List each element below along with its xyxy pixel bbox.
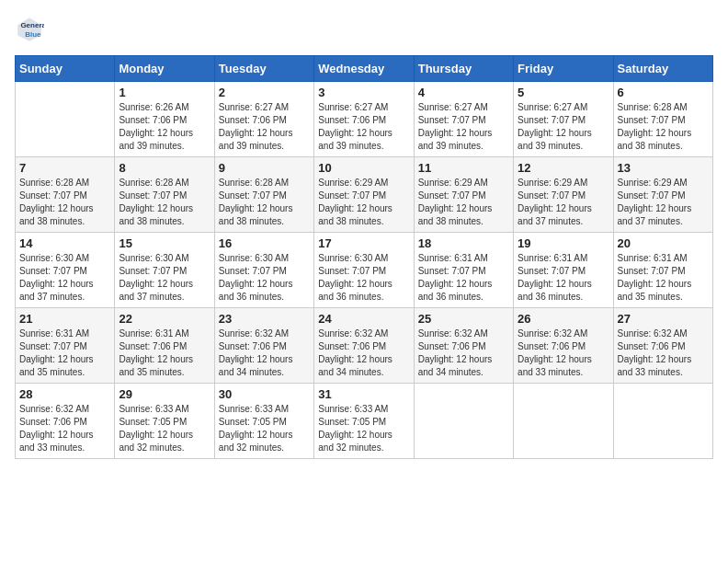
daylight-line2: and 33 minutes. <box>618 366 709 379</box>
week-row-4: 21Sunrise: 6:31 AMSunset: 7:07 PMDayligh… <box>16 308 713 384</box>
sunrise: Sunrise: 6:27 AM <box>318 101 409 114</box>
day-cell: 15Sunrise: 6:30 AMSunset: 7:07 PMDayligh… <box>115 233 214 308</box>
daylight-line2: and 36 minutes. <box>418 291 509 304</box>
sunrise: Sunrise: 6:31 AM <box>518 252 609 265</box>
day-info: Sunrise: 6:29 AMSunset: 7:07 PMDaylight:… <box>418 177 509 228</box>
week-row-2: 7Sunrise: 6:28 AMSunset: 7:07 PMDaylight… <box>16 157 713 233</box>
day-cell: 23Sunrise: 6:32 AMSunset: 7:06 PMDayligh… <box>214 308 313 384</box>
daylight-line1: Daylight: 12 hours <box>119 429 210 442</box>
sunrise: Sunrise: 6:29 AM <box>318 177 409 190</box>
sunset: Sunset: 7:07 PM <box>219 190 310 202</box>
daylight-line2: and 38 minutes. <box>219 215 310 228</box>
sunset: Sunset: 7:07 PM <box>618 265 709 278</box>
daylight-line2: and 39 minutes. <box>219 140 310 153</box>
sunset: Sunset: 7:07 PM <box>318 265 409 278</box>
daylight-line2: and 35 minutes. <box>618 291 709 304</box>
day-number: 29 <box>119 387 210 401</box>
day-cell: 25Sunrise: 6:32 AMSunset: 7:06 PMDayligh… <box>414 308 513 384</box>
sunrise: Sunrise: 6:27 AM <box>418 101 509 114</box>
dow-header-monday: Monday <box>115 56 214 82</box>
day-number: 6 <box>618 86 709 99</box>
sunset: Sunset: 7:07 PM <box>119 190 210 202</box>
day-info: Sunrise: 6:33 AMSunset: 7:05 PMDaylight:… <box>219 403 310 454</box>
sunset: Sunset: 7:06 PM <box>119 340 210 353</box>
day-number: 1 <box>119 86 210 99</box>
day-number: 2 <box>219 86 310 99</box>
sunset: Sunset: 7:05 PM <box>318 416 409 429</box>
day-info: Sunrise: 6:27 AMSunset: 7:07 PMDaylight:… <box>418 101 509 153</box>
sunset: Sunset: 7:07 PM <box>19 190 110 202</box>
day-number: 10 <box>318 161 409 175</box>
day-number: 24 <box>318 312 409 326</box>
sunset: Sunset: 7:07 PM <box>518 190 609 202</box>
day-cell <box>613 384 712 459</box>
dow-header-wednesday: Wednesday <box>314 56 414 82</box>
day-info: Sunrise: 6:27 AMSunset: 7:06 PMDaylight:… <box>219 101 310 153</box>
daylight-line1: Daylight: 12 hours <box>618 353 709 366</box>
day-cell: 16Sunrise: 6:30 AMSunset: 7:07 PMDayligh… <box>214 233 313 308</box>
day-info: Sunrise: 6:28 AMSunset: 7:07 PMDaylight:… <box>618 101 709 153</box>
sunrise: Sunrise: 6:29 AM <box>418 177 509 190</box>
daylight-line2: and 36 minutes. <box>318 291 409 304</box>
day-cell: 3Sunrise: 6:27 AMSunset: 7:06 PMDaylight… <box>314 82 414 157</box>
day-cell <box>414 384 513 459</box>
day-number: 28 <box>19 387 110 401</box>
day-info: Sunrise: 6:30 AMSunset: 7:07 PMDaylight:… <box>19 252 110 304</box>
day-info: Sunrise: 6:29 AMSunset: 7:07 PMDaylight:… <box>618 177 709 228</box>
day-info: Sunrise: 6:32 AMSunset: 7:06 PMDaylight:… <box>19 403 110 454</box>
day-info: Sunrise: 6:33 AMSunset: 7:05 PMDaylight:… <box>318 403 409 454</box>
daylight-line1: Daylight: 12 hours <box>318 127 409 140</box>
daylight-line1: Daylight: 12 hours <box>418 278 509 291</box>
sunset: Sunset: 7:07 PM <box>19 265 110 278</box>
day-number: 4 <box>418 86 509 99</box>
day-cell: 9Sunrise: 6:28 AMSunset: 7:07 PMDaylight… <box>214 157 313 233</box>
day-cell: 21Sunrise: 6:31 AMSunset: 7:07 PMDayligh… <box>16 308 115 384</box>
day-number: 17 <box>318 236 409 250</box>
sunset: Sunset: 7:07 PM <box>518 265 609 278</box>
daylight-line2: and 32 minutes. <box>219 442 310 454</box>
day-cell: 17Sunrise: 6:30 AMSunset: 7:07 PMDayligh… <box>314 233 414 308</box>
day-info: Sunrise: 6:27 AMSunset: 7:06 PMDaylight:… <box>318 101 409 153</box>
dow-header-sunday: Sunday <box>16 56 115 82</box>
day-cell: 18Sunrise: 6:31 AMSunset: 7:07 PMDayligh… <box>414 233 513 308</box>
day-number: 19 <box>518 236 609 250</box>
daylight-line1: Daylight: 12 hours <box>618 278 709 291</box>
sunset: Sunset: 7:06 PM <box>618 340 709 353</box>
sunset: Sunset: 7:07 PM <box>618 190 709 202</box>
day-cell: 10Sunrise: 6:29 AMSunset: 7:07 PMDayligh… <box>314 157 414 233</box>
day-cell <box>514 384 613 459</box>
daylight-line2: and 38 minutes. <box>318 215 409 228</box>
day-number: 27 <box>618 312 709 326</box>
day-info: Sunrise: 6:28 AMSunset: 7:07 PMDaylight:… <box>219 177 310 228</box>
daylight-line2: and 34 minutes. <box>318 366 409 379</box>
sunset: Sunset: 7:07 PM <box>618 114 709 127</box>
daylight-line1: Daylight: 12 hours <box>19 353 110 366</box>
daylight-line1: Daylight: 12 hours <box>119 278 210 291</box>
day-number: 25 <box>418 312 509 326</box>
daylight-line1: Daylight: 12 hours <box>318 353 409 366</box>
sunset: Sunset: 7:06 PM <box>418 340 509 353</box>
daylight-line2: and 33 minutes. <box>19 442 110 454</box>
daylight-line2: and 36 minutes. <box>518 291 609 304</box>
day-info: Sunrise: 6:29 AMSunset: 7:07 PMDaylight:… <box>518 177 609 228</box>
sunset: Sunset: 7:06 PM <box>219 114 310 127</box>
daylight-line1: Daylight: 12 hours <box>418 127 509 140</box>
day-info: Sunrise: 6:32 AMSunset: 7:06 PMDaylight:… <box>318 327 409 379</box>
sunset: Sunset: 7:07 PM <box>219 265 310 278</box>
week-row-5: 28Sunrise: 6:32 AMSunset: 7:06 PMDayligh… <box>16 384 713 459</box>
sunrise: Sunrise: 6:32 AM <box>318 327 409 340</box>
sunrise: Sunrise: 6:32 AM <box>618 327 709 340</box>
daylight-line2: and 38 minutes. <box>418 215 509 228</box>
svg-text:General: General <box>20 21 44 29</box>
daylight-line1: Daylight: 12 hours <box>19 202 110 215</box>
sunrise: Sunrise: 6:31 AM <box>418 252 509 265</box>
daylight-line1: Daylight: 12 hours <box>219 202 310 215</box>
daylight-line1: Daylight: 12 hours <box>219 353 310 366</box>
day-number: 23 <box>219 312 310 326</box>
daylight-line2: and 37 minutes. <box>618 215 709 228</box>
day-cell: 8Sunrise: 6:28 AMSunset: 7:07 PMDaylight… <box>115 157 214 233</box>
day-cell <box>16 82 115 157</box>
day-info: Sunrise: 6:32 AMSunset: 7:06 PMDaylight:… <box>518 327 609 379</box>
calendar-body: 1Sunrise: 6:26 AMSunset: 7:06 PMDaylight… <box>16 82 713 459</box>
daylight-line1: Daylight: 12 hours <box>618 127 709 140</box>
